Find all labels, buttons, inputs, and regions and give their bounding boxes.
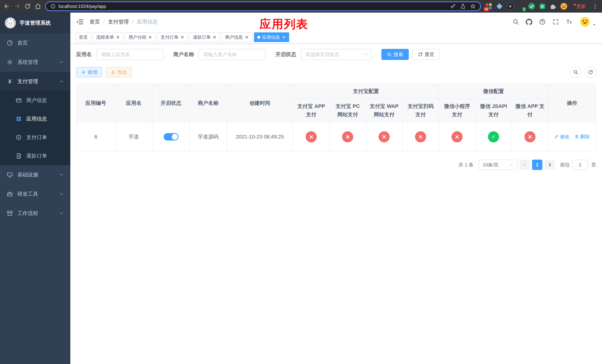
group-wechat-config: 微信配置 xyxy=(439,84,548,99)
sidebar-item-workflow[interactable]: 工作流程 xyxy=(0,204,70,223)
close-icon[interactable] xyxy=(282,35,286,39)
col-alipay-app: 支付宝 APP 支付 xyxy=(293,99,330,122)
monitor-icon xyxy=(7,172,13,178)
status-select[interactable] xyxy=(301,49,372,60)
download-icon xyxy=(111,70,116,75)
profile-avatar-icon[interactable] xyxy=(560,3,568,10)
tab-app-info[interactable]: 应用信息 xyxy=(254,32,289,42)
close-icon[interactable] xyxy=(148,35,152,39)
delete-link[interactable]: 删除 xyxy=(575,133,590,140)
chevron-down-icon xyxy=(59,60,64,64)
tab-home[interactable]: 首页 xyxy=(75,32,91,42)
sidebar-item-app-info[interactable]: 应用信息 xyxy=(0,110,70,128)
pagination-total: 共 1 条 xyxy=(459,162,473,168)
browser-home-icon[interactable] xyxy=(35,3,41,10)
url-text[interactable]: localhost:1024/pay/app xyxy=(58,4,106,9)
group-alipay-config: 支付宝配置 xyxy=(293,84,439,99)
toggle-search-button[interactable] xyxy=(570,67,581,78)
user-menu[interactable] xyxy=(579,16,596,28)
col-wx-app: 微信 APP 支付 xyxy=(512,99,548,122)
status-select-input[interactable] xyxy=(301,49,372,60)
export-button[interactable]: 导出 xyxy=(106,67,132,77)
goto-page-input[interactable] xyxy=(572,160,588,170)
browser-refresh-icon[interactable] xyxy=(24,3,31,10)
pagination: 共 1 条 1 前往 页 xyxy=(76,160,596,170)
close-icon[interactable] xyxy=(116,35,120,39)
browser-menu-kebab-icon[interactable] xyxy=(592,3,598,10)
tab-user-group[interactable]: 用户分组 xyxy=(125,32,155,42)
ext-colorwheel-icon[interactable]: 1 xyxy=(517,3,525,10)
sidebar-item-merchant-info[interactable]: 商户信息 xyxy=(0,91,70,110)
col-alipay-qr: 支付宝扫码支付 xyxy=(402,99,439,122)
browser-forward-icon[interactable] xyxy=(14,3,20,10)
app-name-input[interactable] xyxy=(96,49,164,60)
tab-pay-orders[interactable]: 支付订单 xyxy=(157,32,188,42)
add-button[interactable]: 新增 xyxy=(76,67,102,77)
bank-card-icon xyxy=(16,97,22,104)
update-button[interactable]: 更新 xyxy=(572,2,588,11)
status-toggle[interactable] xyxy=(164,133,178,140)
goto-label: 前往 xyxy=(560,162,570,168)
close-icon[interactable] xyxy=(213,35,216,39)
breadcrumb-home[interactable]: 首页 xyxy=(90,18,100,25)
goto-suffix: 页 xyxy=(591,162,596,168)
prev-page-button[interactable] xyxy=(519,160,530,170)
page-size-select[interactable] xyxy=(479,160,517,170)
search-button[interactable]: 搜索 xyxy=(381,49,409,60)
col-alipay-pc: 支付宝 PC 网站支付 xyxy=(330,99,366,122)
sidebar-item-pay-orders[interactable]: 支付订单 xyxy=(0,128,70,147)
edit-link[interactable]: 修改 xyxy=(554,133,570,140)
merchant-name-input[interactable] xyxy=(198,49,266,60)
ext-diamond-icon[interactable] xyxy=(496,3,503,10)
ext-check-icon[interactable] xyxy=(528,3,535,10)
app-frame: 芋道管理系统 首页 系统管理 ¥ 支付管理 xyxy=(0,13,602,364)
font-size-icon[interactable] xyxy=(566,19,572,25)
sidebar-toggle-icon[interactable] xyxy=(76,18,84,26)
help-icon[interactable] xyxy=(539,19,546,25)
next-page-button[interactable] xyxy=(545,160,555,170)
share-icon[interactable] xyxy=(460,3,466,9)
col-merchant: 商户名称 xyxy=(190,84,227,122)
github-icon[interactable] xyxy=(526,19,532,25)
extensions-puzzle-icon[interactable] xyxy=(549,3,557,10)
gear-icon xyxy=(7,59,13,65)
col-wx-jsapi: 微信 JSAPI 支付 xyxy=(475,99,512,122)
plus-icon xyxy=(81,70,86,75)
col-created: 创建时间 xyxy=(227,84,293,122)
ext-grid-icon[interactable]: 10 xyxy=(485,3,492,10)
refresh-table-button[interactable] xyxy=(585,67,596,78)
tab-merchant-info[interactable]: 商户信息 xyxy=(222,32,252,42)
breadcrumb-payment[interactable]: 支付管理 xyxy=(108,18,129,25)
ext-dark-icon[interactable] xyxy=(506,3,514,10)
reset-button[interactable]: 重置 xyxy=(412,49,440,60)
sidebar-item-payment[interactable]: ¥ 支付管理 xyxy=(0,72,70,91)
tab-process-form[interactable]: 流程表单 xyxy=(93,32,123,42)
annotation-title: 应用列表 xyxy=(249,16,319,32)
bookmark-star-icon[interactable] xyxy=(470,3,476,9)
ext-badge: 10 xyxy=(484,7,489,11)
chevron-down-icon xyxy=(59,211,64,215)
col-app-name: 应用名 xyxy=(115,84,152,122)
search-icon[interactable] xyxy=(512,19,519,25)
password-key-icon[interactable] xyxy=(450,3,456,9)
update-dot-icon xyxy=(574,4,576,6)
sidebar-item-system[interactable]: 系统管理 xyxy=(0,53,70,72)
site-info-icon[interactable] xyxy=(50,4,55,9)
sidebar-item-infrastructure[interactable]: 基础设施 xyxy=(0,165,70,184)
app-logo[interactable]: 芋道管理系统 xyxy=(0,13,70,33)
page-content: 应用名 商户名称 开启状态 xyxy=(70,44,602,364)
tab-refund-orders[interactable]: 退款订单 xyxy=(190,32,220,42)
dashboard-icon xyxy=(7,40,13,46)
close-icon[interactable] xyxy=(245,35,249,39)
sidebar-item-refund-orders[interactable]: 退款订单 xyxy=(0,147,70,165)
browser-back-icon[interactable] xyxy=(4,3,10,10)
close-icon[interactable] xyxy=(180,35,184,39)
ext-notes-icon[interactable] xyxy=(539,3,546,10)
ext-badge: 1 xyxy=(522,7,526,11)
sidebar-item-home[interactable]: 首页 xyxy=(0,33,70,53)
breadcrumb-current: 应用信息 xyxy=(137,18,158,25)
fullscreen-icon[interactable] xyxy=(552,19,559,25)
sidebar-item-dev-tools[interactable]: 研发工具 xyxy=(0,184,70,204)
page-number-button[interactable]: 1 xyxy=(532,160,542,170)
address-bar[interactable]: localhost:1024/pay/app xyxy=(45,1,481,11)
